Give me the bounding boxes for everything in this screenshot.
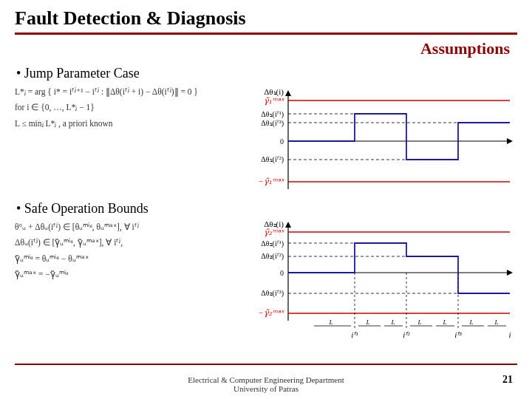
page-number: 21 bbox=[502, 374, 513, 386]
tick-zero1: 0 bbox=[280, 137, 284, 146]
equation-Lmin: L ≤ minⱼ L*ⱼ , a priori known bbox=[15, 117, 236, 130]
equation-theta-bounds: θ°ᵤ + Δθᵤ(iᶠʲ) ∈ [θᵤᵐⁱⁿ, θᵤᵐᵃˣ], ∀ iᶠʲ bbox=[15, 221, 236, 233]
slide-subtitle: Assumptions bbox=[15, 39, 517, 58]
tick-dth1-f1: Δθ₁(iᶠ¹) bbox=[261, 110, 284, 119]
equation-gamma-min: γ̃ᵤᵐⁱⁿ = θᵤᵐⁱⁿ − θᵤᵐᵃˣ bbox=[15, 253, 236, 265]
tick-dth1-f3: Δθ₁(iᶠ³) bbox=[261, 119, 284, 128]
equation-Lj: L*ⱼ = arg { i* = iᶠʲ⁺¹ − iᶠʲ : ‖Δθ(iᶠʲ +… bbox=[15, 86, 236, 98]
tick-dth2-f2: Δθ₂(iᶠ²) bbox=[261, 252, 284, 261]
page-title: Fault Detection & Diagnosis bbox=[15, 7, 517, 33]
tick-gamma2max: γ̃₂ᵐᵃˣ bbox=[264, 228, 284, 237]
chart-theta2: Δθ₂(i) γ̃₂ᵐᵃˣ Δθ₂(iᶠ¹) Δθ₂(iᶠ²) 0 Δθ₂(iᶠ… bbox=[236, 221, 517, 350]
equation-for-i: for i ∈ {0, …, L*ⱼ − 1} bbox=[15, 101, 236, 114]
xtick-if3: iᶠ³ bbox=[454, 330, 462, 339]
svg-marker-1 bbox=[285, 90, 291, 96]
tick-neg-gamma2max: −γ̃₂ᵐᵃˣ bbox=[259, 308, 284, 318]
chart-theta1: Δθ₁(i) γ̃₁ᵐᵃˣ Δθ₁(iᶠ¹) Δθ₁(iᶠ³) 0 Δθ₁(iᶠ… bbox=[236, 86, 517, 197]
section-1: L*ⱼ = arg { i* = iᶠʲ⁺¹ − iᶠʲ : ‖Δθ(iᶠʲ +… bbox=[15, 86, 517, 200]
footer-line2: University of Patras bbox=[233, 384, 299, 393]
tick-zero2: 0 bbox=[280, 269, 284, 277]
xtick-if2: iᶠ² bbox=[403, 330, 410, 339]
equation-gamma-max: γ̃ᵤᵐᵃˣ = −γ̃ᵤᵐⁱⁿ bbox=[15, 268, 236, 281]
xtick-if1: iᶠ¹ bbox=[351, 330, 358, 339]
tick-dth1-f2: Δθ₁(iᶠ²) bbox=[261, 155, 284, 164]
interval-labels: L L L L L L L bbox=[328, 318, 498, 326]
bullet-jump-parameter: Jump Parameter Case bbox=[15, 66, 517, 81]
tick-gamma1max: γ̃₁ᵐᵃˣ bbox=[264, 96, 284, 106]
tick-dth2-f1: Δθ₂(iᶠ¹) bbox=[261, 239, 284, 248]
bullet-safe-bounds: Safe Operation Bounds bbox=[15, 201, 517, 216]
chart-1-container: Δθ₁(i) γ̃₁ᵐᵃˣ Δθ₁(iᶠ¹) Δθ₁(iᶠ³) 0 Δθ₁(iᶠ… bbox=[236, 86, 517, 200]
footer-rule bbox=[15, 364, 517, 365]
svg-text:L: L bbox=[494, 318, 498, 326]
xtick-i: i bbox=[508, 330, 511, 339]
svg-marker-10 bbox=[285, 222, 291, 228]
equation-dtheta-bounds: Δθᵤ(iᶠʲ) ∈ [γ̃ᵤᵐⁱⁿ, γ̃ᵤᵐᵃˣ], ∀ iᶠʲ, bbox=[15, 236, 236, 249]
footer-line1: Electrical & Computer Engineering Depart… bbox=[188, 375, 344, 384]
tick-dth2-f3: Δθ₂(iᶠ³) bbox=[261, 289, 284, 298]
section-2: θ°ᵤ + Δθᵤ(iᶠʲ) ∈ [θᵤᵐⁱⁿ, θᵤᵐᵃˣ], ∀ iᶠʲ Δ… bbox=[15, 221, 517, 353]
svg-text:L: L bbox=[390, 318, 395, 326]
footer-text: Electrical & Computer Engineering Depart… bbox=[0, 375, 532, 393]
svg-text:L: L bbox=[442, 318, 446, 326]
equations-block-1: L*ⱼ = arg { i* = iᶠʲ⁺¹ − iᶠʲ : ‖Δθ(iᶠʲ +… bbox=[15, 86, 236, 200]
svg-text:L: L bbox=[468, 318, 473, 326]
svg-text:L: L bbox=[417, 318, 421, 326]
chart-2-container: Δθ₂(i) γ̃₂ᵐᵃˣ Δθ₂(iᶠ¹) Δθ₂(iᶠ²) 0 Δθ₂(iᶠ… bbox=[236, 221, 517, 353]
tick-neg-gamma1max: −γ̃₁ᵐᵃˣ bbox=[259, 177, 284, 186]
svg-text:L: L bbox=[328, 318, 332, 326]
svg-text:L: L bbox=[365, 318, 369, 326]
svg-marker-3 bbox=[507, 138, 513, 144]
svg-marker-12 bbox=[507, 270, 513, 276]
equations-block-2: θ°ᵤ + Δθᵤ(iᶠʲ) ∈ [θᵤᵐⁱⁿ, θᵤᵐᵃˣ], ∀ iᶠʲ Δ… bbox=[15, 221, 236, 353]
title-underline bbox=[15, 33, 517, 35]
slide-container: Fault Detection & Diagnosis Assumptions … bbox=[0, 0, 532, 399]
